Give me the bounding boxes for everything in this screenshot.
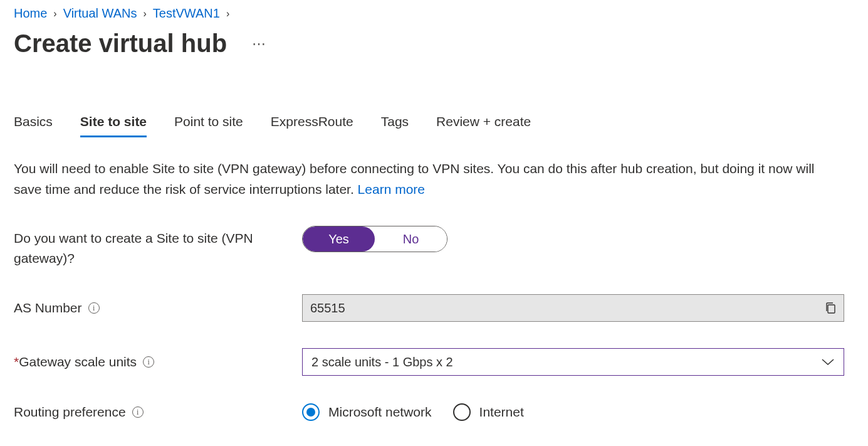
as-number-value: 65515 — [310, 301, 345, 316]
chevron-right-icon: › — [53, 8, 56, 19]
as-number-field: 65515 — [302, 294, 844, 322]
label-create-gateway-text: Do you want to create a Site to site (VP… — [14, 228, 302, 268]
copy-icon[interactable] — [825, 302, 836, 314]
create-gateway-toggle: Yes No — [302, 226, 447, 252]
radio-microsoft-network[interactable]: Microsoft network — [302, 403, 432, 421]
tabs: Basics Site to site Point to site Expres… — [14, 114, 849, 137]
label-as-number: AS Number i — [14, 298, 302, 318]
routing-preference-group: Microsoft network Internet — [302, 403, 849, 421]
tab-expressroute[interactable]: ExpressRoute — [271, 114, 353, 137]
tab-tags[interactable]: Tags — [381, 114, 409, 137]
label-scale-units-text: Gateway scale units — [19, 354, 137, 369]
toggle-no[interactable]: No — [375, 226, 447, 252]
radio-label-ms: Microsoft network — [328, 405, 432, 420]
title-row: Create virtual hub ⋯ — [14, 29, 849, 58]
chevron-down-icon — [821, 358, 835, 366]
breadcrumb-link-testvwan1[interactable]: TestVWAN1 — [153, 6, 220, 21]
toggle-yes[interactable]: Yes — [303, 226, 375, 252]
breadcrumb-link-home[interactable]: Home — [14, 6, 47, 21]
breadcrumb-link-virtual-wans[interactable]: Virtual WANs — [63, 6, 137, 21]
radio-circle — [453, 403, 471, 421]
radio-dot — [306, 408, 315, 417]
scale-units-select[interactable]: 2 scale units - 1 Gbps x 2 — [302, 348, 844, 376]
radio-label-internet: Internet — [479, 405, 524, 420]
tab-site-to-site[interactable]: Site to site — [80, 114, 147, 137]
intro-text: You will need to enable Site to site (VP… — [14, 159, 835, 199]
breadcrumb: Home › Virtual WANs › TestVWAN1 › — [14, 6, 849, 21]
label-create-gateway: Do you want to create a Site to site (VP… — [14, 226, 302, 268]
radio-circle-checked — [302, 403, 320, 421]
page-title: Create virtual hub — [14, 29, 227, 58]
required-indicator: * — [14, 354, 19, 369]
label-routing-text: Routing preference — [14, 402, 126, 422]
learn-more-link[interactable]: Learn more — [358, 182, 425, 196]
chevron-right-icon: › — [144, 8, 147, 19]
tab-basics[interactable]: Basics — [14, 114, 53, 137]
label-as-number-text: AS Number — [14, 298, 82, 318]
info-icon[interactable]: i — [143, 356, 154, 368]
chevron-right-icon: › — [226, 8, 229, 19]
tab-review-create[interactable]: Review + create — [436, 114, 531, 137]
svg-rect-0 — [828, 305, 835, 313]
info-icon[interactable]: i — [88, 302, 100, 314]
tab-point-to-site[interactable]: Point to site — [174, 114, 243, 137]
info-icon[interactable]: i — [132, 406, 144, 418]
more-icon[interactable]: ⋯ — [252, 36, 267, 52]
radio-internet[interactable]: Internet — [453, 403, 524, 421]
label-scale-units: *Gateway scale units i — [14, 352, 302, 372]
scale-units-value: 2 scale units - 1 Gbps x 2 — [311, 355, 453, 369]
label-routing-preference: Routing preference i — [14, 402, 302, 422]
